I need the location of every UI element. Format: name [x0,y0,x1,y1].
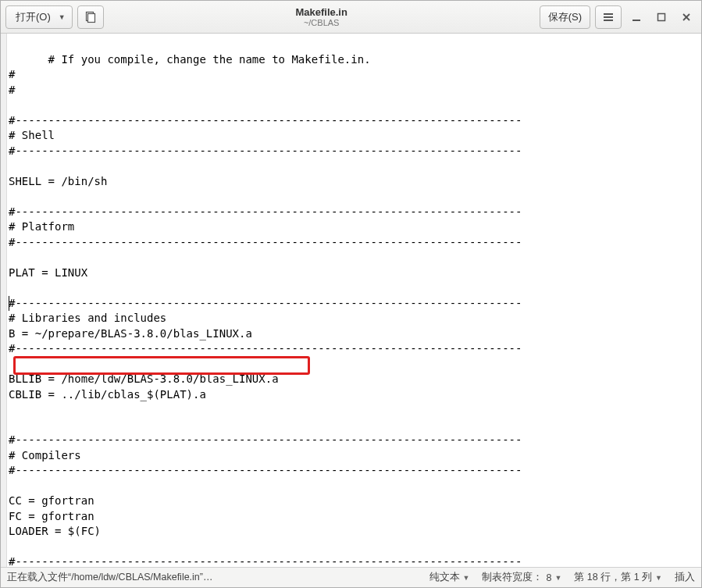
new-tab-button[interactable] [77,5,104,29]
insert-mode-label: 插入 [675,571,695,584]
status-loading-text: 正在载入文件“/home/ldw/CBLAS/Makefile.in”… [7,571,212,584]
window-controls [626,7,697,27]
svg-rect-6 [658,13,665,20]
editor-content: # If you compile, change the name to Mak… [9,53,522,568]
tab-width-selector[interactable]: 制表符宽度： 8 ▼ [482,571,561,584]
maximize-button[interactable] [651,7,672,27]
tab-width-value: 8 [546,572,551,583]
gutter [1,34,7,567]
text-editor[interactable]: # If you compile, change the name to Mak… [7,34,701,567]
svg-rect-3 [604,16,613,18]
editor-area: # If you compile, change the name to Mak… [1,34,701,567]
close-button[interactable] [676,7,697,27]
open-button-label: 打开(O) [16,10,51,24]
minimize-button[interactable] [626,7,647,27]
cursor-position-indicator[interactable]: 第 18 行，第 1 列 ▼ [574,571,662,584]
text-cursor [9,296,9,311]
editor-window: 打开(O) ▼ Makefile.in ~/CBLAS 保存(S) [0,0,702,588]
title-area: Makefile.in ~/CBLAS [109,6,535,27]
svg-rect-4 [604,20,613,21]
svg-rect-5 [633,20,640,21]
close-icon [682,12,691,22]
status-bar: 正在载入文件“/home/ldw/CBLAS/Makefile.in”… 纯文本… [1,567,701,587]
chevron-down-icon: ▼ [59,13,66,21]
svg-rect-2 [604,13,613,15]
window-subtitle: ~/CBLAS [109,18,535,27]
menu-button[interactable] [595,5,622,29]
cursor-position-label: 第 18 行，第 1 列 [574,571,652,584]
language-mode-label: 纯文本 [429,571,460,584]
chevron-down-icon: ▼ [463,574,470,582]
chevron-down-icon: ▼ [655,574,662,582]
header-bar: 打开(O) ▼ Makefile.in ~/CBLAS 保存(S) [1,1,701,34]
save-button-label: 保存(S) [548,10,582,24]
minimize-icon [632,12,641,22]
save-button[interactable]: 保存(S) [540,5,590,29]
hamburger-icon [602,11,615,23]
open-button[interactable]: 打开(O) ▼ [5,5,73,29]
maximize-icon [657,12,666,22]
svg-rect-1 [87,13,94,22]
window-title: Makefile.in [109,6,535,18]
chevron-down-icon: ▼ [554,574,561,582]
new-document-icon [84,11,97,23]
tab-width-label: 制表符宽度： [482,571,543,584]
language-mode-selector[interactable]: 纯文本 ▼ [429,571,470,584]
